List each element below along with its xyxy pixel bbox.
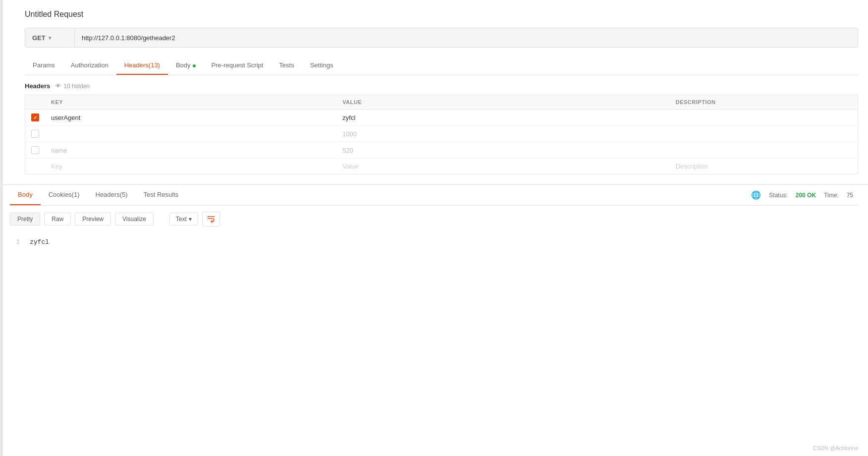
col-description: DESCRIPTION: [670, 95, 858, 110]
eye-icon: 👁: [55, 82, 61, 90]
table-row: name 520: [25, 142, 858, 159]
body-dot: [193, 64, 196, 67]
table-header-row: KEY VALUE DESCRIPTION: [25, 95, 858, 110]
tab-headers[interactable]: Headers(13): [116, 57, 168, 75]
app-container: Untitled Request GET ▾ Params Authorizat…: [0, 0, 868, 456]
row1-checkbox-cell: [25, 110, 46, 126]
tab-params[interactable]: Params: [25, 57, 63, 75]
hidden-count: 10 hidden: [63, 83, 90, 90]
row2-value[interactable]: 1000: [336, 126, 669, 142]
tab-body[interactable]: Body: [168, 57, 204, 75]
headers-section-label: Headers: [25, 82, 50, 90]
time-label: Time:: [824, 192, 839, 199]
row4-value-placeholder[interactable]: Value: [336, 159, 669, 174]
status-label: Status:: [769, 192, 787, 199]
response-tab-cookies[interactable]: Cookies(1): [41, 185, 88, 205]
format-raw-button[interactable]: Raw: [44, 213, 71, 226]
table-row: userAgent zyfcl: [25, 110, 858, 126]
format-pretty-button[interactable]: Pretty: [10, 213, 40, 226]
tab-authorization[interactable]: Authorization: [63, 57, 116, 75]
text-type-chevron: ▾: [189, 216, 192, 223]
checkbox-unchecked[interactable]: [31, 146, 39, 154]
headers-label-row: Headers 👁 10 hidden: [25, 82, 858, 90]
response-content: zyfcl: [30, 238, 49, 246]
row1-desc[interactable]: [670, 110, 858, 126]
hidden-badge: 👁 10 hidden: [55, 82, 90, 90]
method-select[interactable]: GET ▾: [25, 28, 75, 47]
response-tab-headers[interactable]: Headers(5): [88, 185, 136, 205]
headers-table: KEY VALUE DESCRIPTION userAgent zyfcl: [25, 95, 858, 174]
row3-checkbox-cell: [25, 142, 46, 159]
row4-checkbox-cell: [25, 159, 46, 174]
url-input[interactable]: [75, 34, 858, 42]
checkbox-unchecked[interactable]: [31, 130, 39, 138]
time-value: 75: [847, 192, 853, 199]
response-status-bar: 🌐 Status: 200 OK Time: 75: [751, 190, 858, 200]
row4-desc-placeholder[interactable]: Description: [670, 159, 858, 174]
response-line-1: 1 zyfcl: [10, 237, 858, 247]
format-visualize-button[interactable]: Visualize: [115, 213, 154, 226]
line-number: 1: [10, 239, 20, 246]
row3-value[interactable]: 520: [336, 142, 669, 159]
method-label: GET: [32, 34, 46, 42]
tab-prerequest[interactable]: Pre-request Script: [204, 57, 271, 75]
tab-tests[interactable]: Tests: [271, 57, 302, 75]
method-chevron: ▾: [49, 35, 51, 41]
status-value: 200 OK: [796, 192, 816, 199]
main-content: Untitled Request GET ▾ Params Authorizat…: [15, 0, 868, 174]
row1-value[interactable]: zyfcl: [336, 110, 669, 126]
response-tabs: Body Cookies(1) Headers(5) Test Results …: [10, 185, 858, 206]
row1-key[interactable]: userAgent: [45, 110, 336, 126]
row4-key-placeholder[interactable]: Key: [45, 159, 336, 174]
checkbox-checked[interactable]: [31, 114, 39, 121]
response-body: 1 zyfcl: [10, 232, 858, 252]
response-toolbar: Pretty Raw Preview Visualize Text ▾: [10, 206, 858, 232]
url-bar: GET ▾: [25, 28, 858, 48]
table-row-placeholder: Key Value Description: [25, 159, 858, 174]
text-type-button[interactable]: Text ▾: [169, 213, 198, 226]
text-type-label: Text: [176, 216, 187, 223]
row2-key[interactable]: [45, 126, 336, 142]
headers-section: Headers 👁 10 hidden KEY VALUE DESCRIPTIO…: [25, 75, 858, 174]
request-tabs: Params Authorization Headers(13) Body Pr…: [25, 57, 858, 75]
response-tab-body[interactable]: Body: [10, 185, 41, 205]
col-key: KEY: [45, 95, 336, 110]
row3-key[interactable]: name: [45, 142, 336, 159]
left-sidebar-bar: [0, 0, 3, 456]
globe-icon: 🌐: [751, 190, 761, 200]
row2-checkbox-cell: [25, 126, 46, 142]
response-tab-testresults[interactable]: Test Results: [136, 185, 187, 205]
request-title: Untitled Request: [25, 10, 858, 19]
format-preview-button[interactable]: Preview: [75, 213, 111, 226]
response-section: Body Cookies(1) Headers(5) Test Results …: [0, 185, 868, 252]
tab-settings[interactable]: Settings: [302, 57, 341, 75]
row3-desc[interactable]: [670, 142, 858, 159]
wrap-button[interactable]: [202, 212, 220, 227]
footer: CSDN @Achlorine: [813, 445, 858, 451]
row2-desc[interactable]: [670, 126, 858, 142]
table-row: 1000: [25, 126, 858, 142]
col-value: VALUE: [336, 95, 669, 110]
col-checkbox: [25, 95, 46, 110]
